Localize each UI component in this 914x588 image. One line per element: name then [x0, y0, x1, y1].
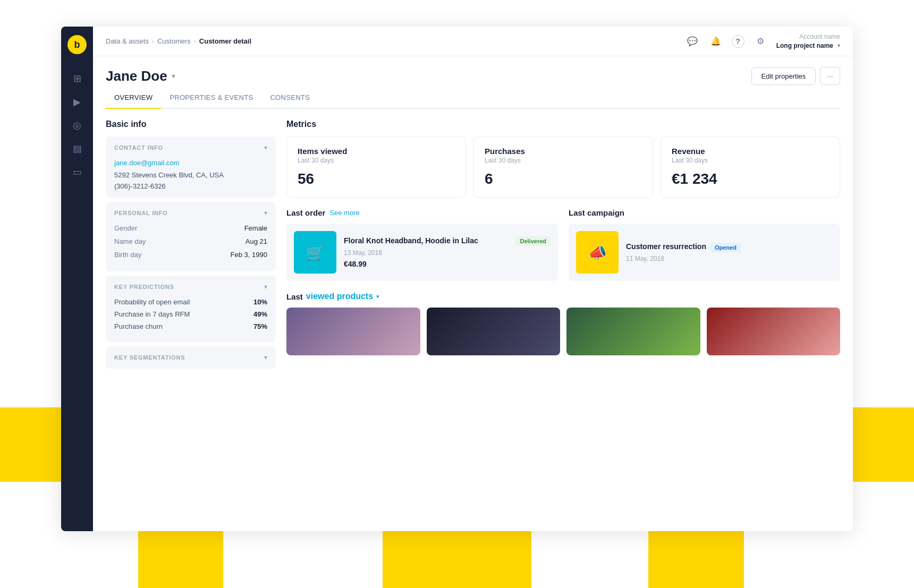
settings-icon[interactable]: ⚙	[753, 34, 768, 49]
right-column: Metrics Items viewed Last 30 days 56 Pur…	[286, 120, 840, 373]
order-campaign-row: Last order See more 🛒 Floral Knot Headba…	[286, 208, 840, 281]
metric-items-viewed-name: Items viewed	[298, 147, 455, 156]
gender-value: Female	[244, 224, 267, 232]
viewed-products-prefix: Last	[286, 292, 303, 301]
sidebar-item-files[interactable]: ▭	[67, 163, 87, 182]
personal-info-section: PERSONAL INFO ▾ Gender Female Name day A…	[106, 202, 276, 271]
campaign-image: 📣	[576, 231, 619, 274]
breadcrumb: Data & assets › Customers › Customer det…	[106, 37, 251, 45]
contact-email[interactable]: jane.doe@gmail.com	[114, 159, 267, 167]
edit-properties-button[interactable]: Edit properties	[751, 67, 816, 85]
last-order-section: Last order See more 🛒 Floral Knot Headba…	[286, 208, 558, 281]
campaign-info: Customer resurrection Opened 11 May, 201…	[626, 242, 833, 262]
product-thumb-1[interactable]	[286, 308, 420, 355]
metric-purchases-name: Purchases	[485, 147, 642, 156]
header-actions: Edit properties ···	[751, 67, 841, 85]
personal-info-chevron-icon: ▾	[264, 209, 267, 217]
metric-revenue-period: Last 30 days	[672, 157, 829, 164]
birthday-label: Birth day	[114, 251, 141, 259]
sidebar-item-dashboard[interactable]: ⊞	[67, 69, 87, 88]
product-thumb-3[interactable]	[566, 308, 700, 355]
tab-consents[interactable]: CONSENTS	[261, 87, 318, 109]
campaign-name: Customer resurrection	[626, 242, 706, 251]
sidebar-item-analytics[interactable]: ◎	[67, 116, 87, 135]
prediction-row-email: Probability of open email 10%	[114, 298, 267, 306]
birthday-value: Feb 3, 1990	[231, 251, 267, 259]
brand-logo: b	[67, 35, 87, 54]
sidebar-item-database[interactable]: ▤	[67, 139, 87, 158]
account-name: Long project name	[776, 41, 833, 50]
order-product-name: Floral Knot Headband, Hoodie in Lilac	[344, 236, 478, 245]
key-predictions-header[interactable]: KEY PREDICTIONS ▾	[106, 276, 276, 298]
content-wrapper: Jane Doe ▾ Edit properties ··· OVERVIEW …	[93, 56, 853, 531]
tab-overview[interactable]: OVERVIEW	[106, 87, 161, 109]
basic-info-title: Basic info	[106, 120, 276, 129]
key-predictions-section: KEY PREDICTIONS ▾ Probability of open em…	[106, 276, 276, 342]
campaign-icon: 📣	[588, 244, 607, 261]
last-order-header: Last order See more	[286, 208, 558, 217]
metrics-title: Metrics	[286, 120, 840, 129]
topbar-right: 💬 🔔 ? ⚙ Account name Long project name ▾	[685, 32, 840, 50]
breadcrumb-sep-2: ›	[194, 38, 196, 45]
contact-info-header[interactable]: CONTACT INFO ▾	[106, 137, 276, 159]
app-container: b ⊞ ▶ ◎ ▤ ▭ Data & assets › Customers › …	[61, 27, 853, 531]
last-campaign-section: Last campaign 📣 Customer resurrection Op…	[569, 208, 840, 281]
key-predictions-chevron-icon: ▾	[264, 283, 267, 291]
personal-info-header[interactable]: PERSONAL INFO ▾	[106, 202, 276, 224]
contact-info-section: CONTACT INFO ▾ jane.doe@gmail.com 5292 S…	[106, 137, 276, 198]
account-label: Account name	[799, 32, 840, 41]
page-title-chevron-icon[interactable]: ▾	[172, 72, 175, 80]
chat-icon[interactable]: 💬	[685, 34, 700, 49]
viewed-products-section: Last viewed products ▾	[286, 292, 840, 355]
prediction-row-churn: Purchase churn 75%	[114, 322, 267, 330]
order-price: €48.99	[344, 260, 551, 268]
key-segmentations-section: KEY SEGMENTATIONS ▾	[106, 346, 276, 369]
contact-info-body: jane.doe@gmail.com 5292 Stevens Creek Bl…	[106, 159, 276, 198]
contact-phone: (306)-3212-6326	[114, 182, 267, 190]
sidebar: b ⊞ ▶ ◎ ▤ ▭	[61, 27, 93, 531]
viewed-products-chevron-icon[interactable]: ▾	[376, 293, 379, 300]
help-icon[interactable]: ?	[732, 35, 744, 48]
product-thumb-2[interactable]	[427, 308, 561, 355]
main-content: Data & assets › Customers › Customer det…	[93, 27, 853, 531]
purchase-prediction-label: Purchase in 7 days RFM	[114, 310, 190, 318]
viewed-products-label[interactable]: viewed products	[306, 292, 373, 301]
key-segmentations-header[interactable]: KEY SEGMENTATIONS ▾	[106, 346, 276, 369]
see-more-link[interactable]: See more	[329, 209, 359, 217]
campaign-card: 📣 Customer resurrection Opened 11 May, 2…	[569, 224, 840, 281]
contact-info-chevron-icon: ▾	[264, 144, 267, 151]
purchase-prediction-value: 49%	[253, 310, 267, 318]
campaign-status-badge: Opened	[710, 243, 741, 252]
campaign-date: 11 May, 2018	[626, 255, 833, 262]
nameday-label: Name day	[114, 237, 146, 245]
account-info[interactable]: Account name Long project name ▾	[776, 32, 840, 50]
viewed-products-header: Last viewed products ▾	[286, 292, 840, 301]
info-row-nameday: Name day Aug 21	[114, 237, 267, 245]
metric-items-viewed-period: Last 30 days	[298, 157, 455, 164]
personal-info-body: Gender Female Name day Aug 21 Birth day …	[106, 224, 276, 271]
last-campaign-header: Last campaign	[569, 208, 840, 217]
breadcrumb-current: Customer detail	[199, 37, 251, 45]
product-thumb-4[interactable]	[707, 308, 841, 355]
order-card: 🛒 Floral Knot Headband, Hoodie in Lilac …	[286, 224, 558, 281]
breadcrumb-root[interactable]: Data & assets	[106, 37, 149, 45]
metrics-row: Items viewed Last 30 days 56 Purchases L…	[286, 137, 840, 198]
tabs: OVERVIEW PROPERTIES & EVENTS CONSENTS	[106, 87, 840, 109]
tab-properties-events[interactable]: PROPERTIES & EVENTS	[161, 87, 261, 109]
bell-icon[interactable]: 🔔	[708, 34, 723, 49]
two-col-layout: Basic info CONTACT INFO ▾ jane.doe@gmail…	[106, 120, 840, 373]
metric-card-revenue: Revenue Last 30 days €1 234	[661, 137, 840, 198]
order-status-badge: Delivered	[515, 236, 551, 246]
key-predictions-label: KEY PREDICTIONS	[114, 284, 174, 290]
info-row-birthday: Birth day Feb 3, 1990	[114, 251, 267, 259]
page-title-row: Jane Doe ▾	[106, 68, 175, 84]
more-actions-button[interactable]: ···	[820, 67, 840, 85]
gender-label: Gender	[114, 224, 137, 232]
metric-card-items-viewed: Items viewed Last 30 days 56	[286, 137, 466, 198]
page-title: Jane Doe	[106, 68, 167, 84]
page-header: Jane Doe ▾ Edit properties ···	[106, 56, 840, 85]
sidebar-item-campaigns[interactable]: ▶	[67, 92, 87, 112]
last-campaign-title: Last campaign	[569, 208, 624, 217]
campaign-header-row: Customer resurrection Opened	[626, 242, 833, 253]
breadcrumb-parent[interactable]: Customers	[157, 37, 191, 45]
